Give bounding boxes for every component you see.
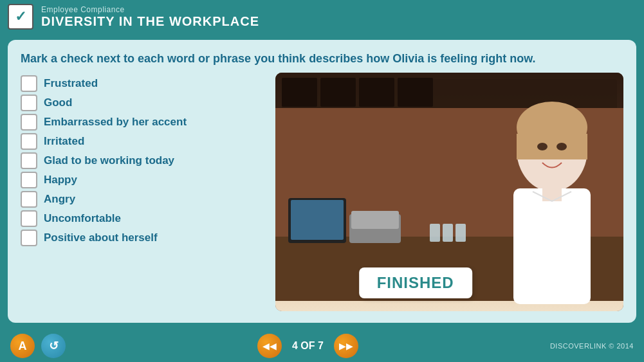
svg-point-21 — [557, 143, 567, 150]
content-row: FrustratedGoodEmbarrassed by her accentI… — [21, 73, 623, 311]
checkbox-embarrassed[interactable] — [21, 114, 37, 131]
svg-rect-19 — [542, 185, 562, 201]
svg-rect-17 — [517, 134, 587, 159]
checklist-item-good[interactable]: Good — [21, 95, 265, 111]
bottom-left-controls: A ↺ — [10, 334, 66, 358]
question-text: Mark a check next to each word or phrase… — [21, 51, 623, 66]
checklist-item-frustrated[interactable]: Frustrated — [21, 75, 265, 92]
checklist-label-frustrated: Frustrated — [44, 77, 98, 90]
bottom-bar: A ↺ ◀◀ 4 OF 7 ▶▶ DISCOVERLINK © 2014 — [0, 330, 644, 362]
checklist-item-uncomfortable[interactable]: Uncomfortable — [21, 210, 265, 227]
checkbox-good[interactable] — [21, 95, 37, 111]
checklist-label-irritated: Irritated — [44, 135, 84, 148]
checklist-item-happy[interactable]: Happy — [21, 172, 265, 188]
svg-rect-3 — [359, 78, 394, 107]
checklist-label-good: Good — [44, 96, 72, 109]
checklist-label-angry: Angry — [44, 193, 75, 206]
page-counter: 4 OF 7 — [292, 340, 324, 352]
video-image: FINISHED — [275, 73, 623, 311]
checklist-label-happy: Happy — [44, 174, 77, 186]
prev-button[interactable]: ◀◀ — [257, 334, 282, 358]
next-button[interactable]: ▶▶ — [334, 334, 358, 358]
svg-rect-12 — [430, 224, 440, 242]
checklist-label-positive: Positive about herself — [44, 231, 158, 244]
logo-icon — [8, 4, 33, 30]
checklist-label-embarrassed: Embarrassed by her accent — [44, 116, 187, 129]
checkbox-glad[interactable] — [21, 152, 37, 169]
main-content: Mark a check next to each word or phrase… — [8, 40, 636, 323]
checkbox-positive[interactable] — [21, 230, 37, 246]
checklist-item-angry[interactable]: Angry — [21, 191, 265, 208]
checklist-item-glad[interactable]: Glad to be working today — [21, 152, 265, 169]
checkbox-angry[interactable] — [21, 191, 37, 208]
checklist: FrustratedGoodEmbarrassed by her accentI… — [21, 73, 265, 311]
svg-rect-14 — [455, 224, 466, 242]
svg-rect-13 — [443, 224, 453, 242]
svg-rect-18 — [513, 188, 591, 304]
svg-rect-11 — [351, 211, 399, 229]
svg-rect-4 — [398, 78, 433, 107]
checkbox-irritated[interactable] — [21, 133, 37, 150]
bottom-center-controls: ◀◀ 4 OF 7 ▶▶ — [257, 334, 358, 358]
checkbox-uncomfortable[interactable] — [21, 210, 37, 227]
checklist-label-glad: Glad to be working today — [44, 154, 174, 167]
checkbox-happy[interactable] — [21, 172, 37, 188]
header-title: DIVERSITY IN THE WORKPLACE — [41, 14, 259, 29]
checklist-item-embarrassed[interactable]: Embarrassed by her accent — [21, 114, 265, 131]
copyright: DISCOVERLINK © 2014 — [550, 342, 634, 350]
checklist-label-uncomfortable: Uncomfortable — [44, 212, 121, 225]
header: Employee Compliance DIVERSITY IN THE WOR… — [0, 0, 644, 33]
header-text: Employee Compliance DIVERSITY IN THE WOR… — [41, 5, 259, 29]
checkbox-frustrated[interactable] — [21, 75, 37, 92]
svg-rect-1 — [282, 78, 317, 107]
svg-rect-9 — [291, 200, 344, 240]
menu-button[interactable]: A — [10, 334, 35, 358]
svg-rect-2 — [320, 78, 356, 107]
header-category: Employee Compliance — [41, 5, 259, 14]
checklist-item-irritated[interactable]: Irritated — [21, 133, 265, 150]
finished-button[interactable]: FINISHED — [359, 267, 472, 298]
svg-point-20 — [537, 143, 547, 150]
checklist-item-positive[interactable]: Positive about herself — [21, 230, 265, 246]
replay-button[interactable]: ↺ — [41, 334, 66, 358]
